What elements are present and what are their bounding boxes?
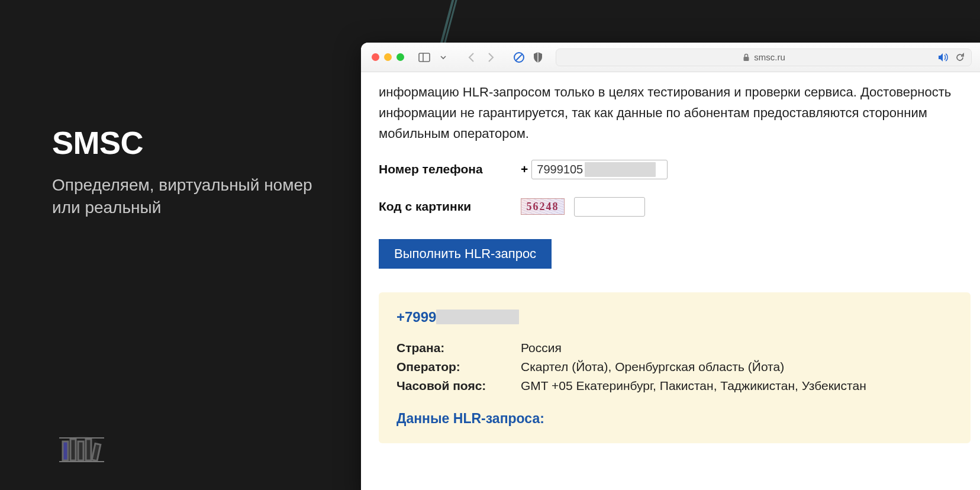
submit-button[interactable]: Выполнить HLR-запрос (379, 239, 552, 269)
svg-rect-4 (86, 439, 91, 460)
svg-rect-8 (419, 53, 430, 62)
intro-text: информацию HLR-запросом только в целях т… (379, 82, 971, 144)
address-bar[interactable]: smsc.ru (556, 49, 972, 66)
redaction-block (585, 162, 656, 177)
shield-icon[interactable] (531, 50, 545, 65)
block-icon[interactable] (512, 50, 526, 65)
address-text: smsc.ru (754, 52, 785, 62)
captcha-row: Код с картинки 56248 (379, 197, 971, 217)
phone-row: Номер телефона + (379, 160, 971, 179)
browser-chrome: smsc.ru (361, 43, 980, 72)
result-value: Россия (521, 341, 953, 355)
result-panel: +7999 Страна: Россия Оператор: Скартел (… (379, 292, 971, 443)
minimize-window-button[interactable] (384, 53, 392, 61)
captcha-input[interactable] (574, 197, 645, 217)
svg-rect-1 (63, 441, 68, 460)
reload-icon[interactable] (955, 52, 965, 63)
browser-window: smsc.ru информацию HLR-запросом только в… (361, 43, 980, 490)
logo-icon (52, 431, 111, 466)
result-value: GMT +05 Екатеринбург, Пакистан, Таджикис… (521, 379, 953, 393)
result-key: Оператор: (396, 360, 521, 374)
phone-label: Номер телефона (379, 162, 521, 176)
result-section-title: Данные HLR-запроса: (396, 411, 953, 427)
back-button[interactable] (465, 50, 479, 65)
phone-plus: + (521, 162, 528, 176)
maximize-window-button[interactable] (396, 53, 404, 61)
captcha-image: 56248 (521, 198, 565, 215)
page-subtitle: Определяем, виртуальный номер или реальн… (52, 174, 330, 219)
close-window-button[interactable] (372, 53, 379, 61)
result-value: Скартел (Йота), Оренбургская область (Йо… (521, 360, 953, 374)
svg-line-11 (516, 54, 522, 60)
lock-icon (742, 53, 750, 62)
svg-rect-2 (70, 439, 76, 460)
window-controls (372, 53, 404, 61)
result-phone-prefix: +7999 (396, 309, 436, 325)
svg-rect-12 (744, 57, 749, 61)
sidebar-toggle-icon[interactable] (417, 50, 431, 65)
result-key: Страна: (396, 341, 521, 355)
page-content: информацию HLR-запросом только в целях т… (361, 72, 980, 461)
result-table: Страна: Россия Оператор: Скартел (Йота),… (396, 341, 953, 393)
redaction-block (436, 310, 519, 324)
svg-rect-3 (78, 441, 83, 460)
chevron-down-icon[interactable] (436, 50, 450, 65)
page-title: SMSC (52, 124, 330, 161)
result-key: Часовой пояс: (396, 379, 521, 393)
forward-button[interactable] (483, 50, 498, 65)
result-phone: +7999 (396, 309, 953, 325)
left-panel: SMSC Определяем, виртуальный номер или р… (52, 124, 330, 219)
captcha-label: Код с картинки (379, 199, 521, 214)
sound-icon[interactable] (938, 52, 949, 63)
